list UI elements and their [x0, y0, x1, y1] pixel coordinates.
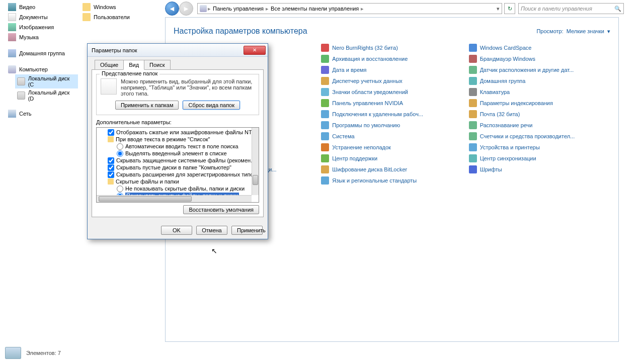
checkbox[interactable] — [108, 164, 114, 171]
search-input[interactable]: Поиск в панели управления 🔍 — [518, 3, 624, 14]
control-panel-item[interactable]: Значки области уведомлений — [321, 87, 466, 97]
cp-item-label: Устройства и принтеры — [480, 144, 540, 150]
cp-item-icon — [469, 66, 477, 74]
advanced-settings-label: Дополнительные параметры: — [96, 119, 259, 125]
drive-icon — [17, 77, 25, 85]
group-description: Можно применить вид, выбранный для этой … — [121, 78, 255, 97]
tree-drive-item[interactable]: Локальный диск (D — [15, 88, 78, 103]
advanced-option-row[interactable]: Не показывать скрытые файлы, папки и дис… — [97, 185, 252, 192]
radio[interactable] — [117, 150, 123, 157]
horizontal-scrollbar[interactable] — [97, 195, 252, 202]
address-bar[interactable]: ▸ Панель управления ▸ Все элементы панел… — [197, 3, 502, 14]
cp-item-label: Значки области уведомлений — [332, 89, 408, 95]
tree-library-item[interactable]: Музыка — [6, 32, 78, 42]
cp-item-label: Windows CardSpace — [480, 45, 532, 51]
control-panel-item[interactable]: Устройства и принтеры — [469, 142, 614, 152]
view-selector[interactable]: Просмотр: Мелкие значки ▾ — [536, 28, 610, 35]
folder-icon — [83, 3, 91, 11]
video-icon — [8, 3, 16, 11]
cp-item-label: Центр поддержки — [332, 155, 377, 161]
radio[interactable] — [117, 143, 123, 150]
checkbox[interactable] — [108, 171, 114, 178]
control-panel-item[interactable]: Центр синхронизации — [469, 153, 614, 163]
advanced-option-row[interactable]: Скрывать пустые диски в папке "Компьютер… — [97, 164, 252, 171]
control-panel-item[interactable]: Подключения к удаленным рабоч... — [321, 109, 466, 119]
tree-library-item[interactable]: Документы — [6, 12, 78, 22]
control-panel-item[interactable]: Диспетчер учетных данных — [321, 76, 466, 86]
computer-icon — [8, 65, 16, 73]
tree-homegroup[interactable]: Домашняя группа — [6, 48, 78, 58]
advanced-option-row[interactable]: Скрывать расширения для зарегистрированн… — [97, 171, 252, 178]
control-panel-item[interactable]: Дата и время — [321, 65, 466, 75]
breadcrumb-seg[interactable]: Панель управления — [212, 6, 265, 12]
advanced-option-row[interactable]: При вводе текста в режиме "Список" — [97, 136, 252, 143]
cp-item-label: Параметры индексирования — [480, 100, 553, 106]
forward-button[interactable]: ► — [179, 2, 193, 16]
advanced-option-row[interactable]: Скрывать защищенные системные файлы (рек… — [97, 157, 252, 164]
restore-defaults-button[interactable]: Восстановить умолчания — [183, 205, 259, 214]
breadcrumb-seg[interactable]: Все элементы панели управления — [270, 6, 360, 12]
advanced-option-row[interactable]: Автоматически вводить текст в поле поиск… — [97, 143, 252, 150]
drive-icon — [17, 92, 25, 100]
control-panel-item[interactable]: Устранение неполадок — [321, 142, 466, 152]
control-panel-item[interactable]: Центр поддержки — [321, 153, 466, 163]
back-button[interactable]: ◄ — [165, 2, 179, 16]
homegroup-icon — [8, 49, 16, 57]
control-panel-item[interactable]: Домашняя группа — [469, 76, 614, 86]
control-panel-item[interactable]: Датчик расположения и другие дат... — [469, 65, 614, 75]
cancel-button[interactable]: Отмена — [196, 226, 227, 235]
scrollbar-thumb[interactable] — [99, 196, 192, 202]
control-panel-item[interactable]: Параметры индексирования — [469, 98, 614, 108]
control-panel-item[interactable]: Шрифты — [469, 164, 614, 174]
dialog-tab[interactable]: Поиск — [144, 60, 170, 70]
status-icon — [5, 347, 21, 359]
close-button[interactable]: ✕ — [244, 46, 266, 55]
checkbox[interactable] — [108, 129, 114, 136]
ok-button[interactable]: OK — [161, 226, 192, 235]
folder-item[interactable]: Пользователи — [80, 12, 132, 22]
folder-item[interactable]: Windows — [80, 2, 132, 12]
apply-button[interactable]: Применить — [231, 226, 263, 235]
address-dropdown-icon[interactable]: ▾ — [497, 6, 500, 12]
control-panel-item[interactable]: Распознавание речи — [469, 120, 614, 130]
refresh-button[interactable]: ↻ — [504, 3, 515, 14]
advanced-option-row[interactable]: Отображать сжатые или зашифрованные файл… — [97, 129, 252, 136]
view-label: Просмотр: — [536, 28, 563, 34]
advanced-option-row[interactable]: Выделять введенный элемент в списке — [97, 150, 252, 157]
tree-drive-item[interactable]: Локальный диск (C — [15, 74, 78, 88]
apply-to-folders-button[interactable]: Применить к папкам — [115, 101, 179, 110]
checkbox[interactable] — [108, 157, 114, 164]
control-panel-item[interactable]: Язык и региональные стандарты — [321, 175, 466, 186]
navigation-tree: ВидеоДокументыИзображенияМузыка Домашняя… — [0, 0, 78, 362]
control-panel-item[interactable]: Система — [321, 131, 466, 141]
tree-computer[interactable]: Компьютер — [6, 64, 78, 74]
vertical-scrollbar[interactable] — [252, 128, 259, 195]
control-panel-item[interactable]: Windows CardSpace — [469, 43, 614, 53]
control-panel-item[interactable]: Архивация и восстановление — [321, 54, 466, 64]
control-panel-item[interactable]: Брандмауэр Windows — [469, 54, 614, 64]
dialog-tabs: ОбщиеВидПоиск — [88, 57, 268, 70]
control-panel-item[interactable]: Клавиатура — [469, 87, 614, 97]
tree-library-item[interactable]: Изображения — [6, 22, 78, 32]
dialog-tab[interactable]: Вид — [123, 60, 144, 70]
advanced-settings-list[interactable]: Отображать сжатые или зашифрованные файл… — [96, 127, 259, 203]
control-panel-item[interactable]: Почта (32 бита) — [469, 109, 614, 119]
dialog-titlebar[interactable]: Параметры папок ✕ — [88, 44, 268, 57]
control-panel-item[interactable]: Программы по умолчанию — [321, 120, 466, 130]
control-panel-item[interactable]: Счетчики и средства производител... — [469, 131, 614, 141]
reset-folders-button[interactable]: Сброс вида папок — [183, 101, 240, 110]
scrollbar-thumb[interactable] — [253, 175, 258, 185]
dialog-tab[interactable]: Общие — [95, 60, 124, 70]
control-panel-item[interactable]: Шифрование диска BitLocker — [321, 164, 466, 174]
cp-item-label: Nero BurnRights (32 бита) — [332, 45, 397, 51]
control-panel-item[interactable]: Панель управления NVIDIA — [321, 98, 466, 108]
search-placeholder: Поиск в панели управления — [521, 6, 592, 12]
tree-network[interactable]: Сеть — [6, 109, 78, 119]
advanced-option-row[interactable]: Скрытые файлы и папки — [97, 178, 252, 185]
cp-item-icon — [321, 66, 329, 74]
radio[interactable] — [117, 186, 123, 192]
control-panel-item[interactable]: Nero BurnRights (32 бита) — [321, 43, 466, 53]
option-label: При вводе текста в режиме "Список" — [116, 136, 210, 142]
tree-library-item[interactable]: Видео — [6, 2, 78, 12]
cp-item-label: Датчик расположения и другие дат... — [480, 67, 574, 73]
